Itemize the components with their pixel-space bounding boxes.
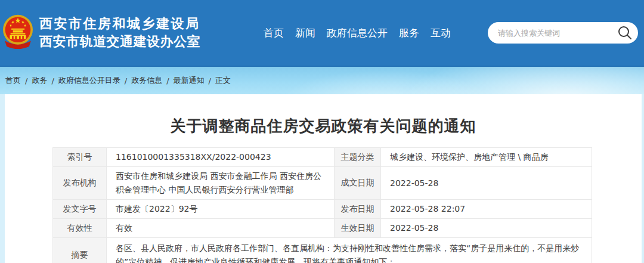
meta-label-publish-date: 发布日期	[335, 200, 381, 219]
meta-value-index-no: 1161010001335318XX/2022-000423	[107, 148, 335, 167]
meta-label-topic: 主题分类	[335, 148, 381, 167]
breadcrumb-separator: /	[25, 76, 27, 85]
nav-item-services[interactable]: 服务	[399, 26, 419, 40]
meta-value-publish-date: 2022-05-28 22:07	[381, 200, 592, 219]
breadcrumb-bar: 首页 / 政务 / 政府信息公开目录 / 政务信息 / 最新通知 / 正文	[0, 67, 644, 94]
table-row: 索引号 1161010001335318XX/2022-000423 主题分类 …	[53, 148, 592, 167]
search-button[interactable]	[617, 24, 633, 41]
site-logo[interactable]: 西安市住房和城乡建设局 西安市轨道交通建设办公室	[5, 13, 200, 52]
nav-item-news[interactable]: 新闻	[295, 26, 315, 40]
search-input[interactable]	[488, 22, 638, 44]
national-emblem-icon	[2, 13, 33, 52]
search-icon	[617, 24, 633, 41]
meta-value-written-date: 2022-05-28	[381, 167, 592, 200]
breadcrumb-item-info-catalog[interactable]: 政府信息公开目录	[58, 75, 120, 86]
meta-label-written-date: 成文日期	[335, 167, 381, 200]
meta-label-validity: 有效性	[53, 219, 107, 238]
breadcrumb-item-home[interactable]: 首页	[5, 75, 21, 86]
org-name-line2: 西安市轨道交通建设办公室	[39, 33, 200, 51]
meta-value-topic: 城乡建设、环境保护、房地产管理 \ 商品房	[381, 148, 592, 167]
table-row: 发文字号 市建发〔2022〕92号 发布日期 2022-05-28 22:07	[53, 200, 592, 219]
site-title: 西安市住房和城乡建设局 西安市轨道交通建设办公室	[39, 15, 200, 51]
table-row: 发布机构 西安市住房和城乡建设局 西安市金融工作局 西安住房公积金管理中心 中国…	[53, 167, 592, 200]
nav-item-home[interactable]: 首页	[264, 26, 284, 40]
meta-label-index-no: 索引号	[53, 148, 107, 167]
org-name-line1: 西安市住房和城乡建设局	[39, 15, 200, 33]
breadcrumb-separator: /	[125, 76, 127, 85]
breadcrumb-item-current: 正文	[215, 75, 231, 86]
meta-value-issuer: 西安市住房和城乡建设局 西安市金融工作局 西安住房公积金管理中心 中国人民银行西…	[107, 167, 335, 200]
table-row: 有效性 有效 生效日期 2022-05-28	[53, 219, 592, 238]
table-row: 摘要 各区、县人民政府，市人民政府各工作部门、各直属机构：为支持刚性和改善性住房…	[53, 238, 592, 263]
search-box	[488, 22, 638, 44]
breadcrumb-item-zhengwu-info[interactable]: 政务信息	[131, 75, 162, 86]
breadcrumb-separator: /	[166, 76, 169, 85]
nav-item-gov-info[interactable]: 政府信息公开	[327, 26, 388, 40]
meta-value-effective-date: 2022-05-28	[381, 219, 592, 238]
meta-value-validity: 有效	[107, 219, 335, 238]
meta-label-doc-no: 发文字号	[53, 200, 107, 219]
breadcrumb: 首页 / 政务 / 政府信息公开目录 / 政务信息 / 最新通知 / 正文	[5, 75, 231, 86]
document-title: 关于调整商品住房交易政策有关问题的通知	[5, 116, 642, 137]
nav-item-interact[interactable]: 互动	[431, 26, 451, 40]
breadcrumb-item-zhengwu[interactable]: 政务	[32, 75, 47, 86]
content-panel: 关于调整商品住房交易政策有关问题的通知 索引号 1161010001335318…	[5, 94, 642, 263]
breadcrumb-separator: /	[209, 76, 211, 85]
meta-label-effective-date: 生效日期	[335, 219, 381, 238]
site-header: 西安市住房和城乡建设局 西安市轨道交通建设办公室 首页 新闻 政府信息公开 服务…	[0, 0, 644, 67]
document-meta-table: 索引号 1161010001335318XX/2022-000423 主题分类 …	[52, 147, 592, 263]
main-nav: 首页 新闻 政府信息公开 服务 互动	[264, 26, 451, 40]
meta-label-summary: 摘要	[53, 238, 107, 263]
breadcrumb-item-latest-notice[interactable]: 最新通知	[174, 75, 205, 86]
meta-label-issuer: 发布机构	[53, 167, 107, 200]
meta-value-doc-no: 市建发〔2022〕92号	[107, 200, 335, 219]
breadcrumb-separator: /	[51, 76, 54, 85]
meta-value-summary: 各区、县人民政府，市人民政府各工作部门、各直属机构：为支持刚性和改善性住房需求，…	[107, 238, 592, 263]
